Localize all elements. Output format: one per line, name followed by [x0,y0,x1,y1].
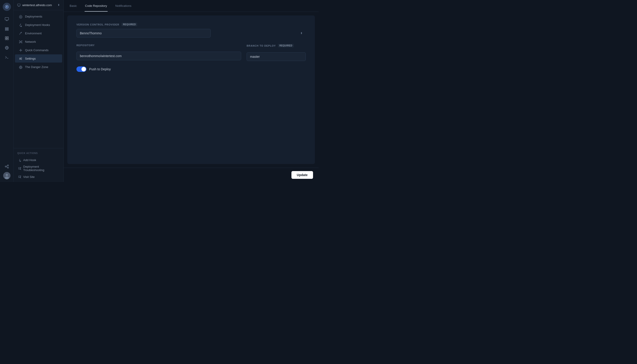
repo-branch-row: REPOSITORY BRANCH TO DEPLOY REQUIRED [76,44,306,61]
tab-bar: Basic Code Repository Notifications [64,0,318,12]
quick-action-label: Add Hook [23,158,36,162]
sidebar-item-deployments[interactable]: Deployments [15,12,62,20]
tab-basic[interactable]: Basic [69,0,77,12]
rail-globe-icon[interactable] [3,44,11,52]
push-to-deploy-toggle[interactable] [76,66,86,72]
deployment-hooks-icon [19,23,23,27]
svg-rect-4 [5,28,8,28]
repository-label: REPOSITORY [76,44,241,47]
svg-rect-6 [5,30,8,30]
quick-commands-icon [19,48,23,52]
version-control-select[interactable]: BennoThommo GitHub GitLab Bitbucket [76,29,211,38]
main-content: Basic Code Repository Notifications VERS… [64,0,318,182]
content-area: VERSION CONTROL PROVIDER REQUIRED BennoT… [67,16,315,164]
svg-rect-5 [5,29,8,29]
rail-grid-icon[interactable] [3,34,11,42]
svg-rect-19 [18,4,20,6]
svg-point-2 [6,5,7,6]
sidebar-item-settings[interactable]: Settings [15,54,62,62]
svg-point-17 [6,174,8,176]
svg-point-13 [5,166,6,167]
branch-group: BRANCH TO DEPLOY REQUIRED [246,44,306,61]
quick-action-label: Deployment Troubleshooting [23,165,59,172]
sidebar-item-quick-commands[interactable]: Quick Commands [15,46,62,54]
select-chevron-icon: ⬍ [300,32,302,35]
quick-action-deployment-troubleshooting[interactable]: Deployment Troubleshooting [17,163,60,173]
svg-rect-9 [5,38,6,40]
branch-label: BRANCH TO DEPLOY REQUIRED [246,44,306,47]
environment-icon [19,31,23,35]
svg-rect-10 [7,38,8,40]
sidebar-item-label: Deployment Hooks [25,23,50,26]
site-name: wintertest.alfreido.com [22,4,56,7]
push-to-deploy-label: Push to Deploy [89,67,111,71]
sidebar: wintertest.alfreido.com ⬍ Deployments De… [14,0,64,182]
site-selector[interactable]: wintertest.alfreido.com ⬍ [14,0,64,10]
svg-point-26 [22,42,22,43]
danger-zone-icon [19,65,23,69]
rail-layers-icon[interactable] [3,24,11,33]
push-to-deploy-row: Push to Deploy [76,66,306,72]
quick-action-add-hook[interactable]: Add Hook [17,157,60,164]
svg-point-21 [21,26,22,27]
sidebar-item-danger-zone[interactable]: The Danger Zone [15,63,62,71]
svg-point-15 [7,167,8,168]
quick-action-visit-site[interactable]: Visit Site [17,173,60,180]
sidebar-item-label: Quick Commands [25,48,48,52]
settings-icon [19,56,23,60]
svg-point-20 [20,16,21,18]
quick-actions-section: QUICK ACTIONS Add Hook Deployment Troubl… [14,148,64,182]
svg-point-18 [5,176,9,179]
bottom-bar: Update [64,168,318,182]
rail-terminal-icon[interactable] [3,53,11,62]
rail-graph-icon[interactable] [3,162,11,170]
required-badge: REQUIRED [122,23,137,26]
svg-point-24 [22,41,22,42]
quick-actions-title: QUICK ACTIONS [17,152,60,154]
tab-code-repository[interactable]: Code Repository [85,0,108,12]
version-control-label: VERSION CONTROL PROVIDER REQUIRED [76,23,306,26]
sidebar-item-deployment-hooks[interactable]: Deployment Hooks [15,21,62,29]
tab-notifications[interactable]: Notifications [115,0,132,12]
toggle-knob [82,67,86,72]
svg-point-32 [20,67,21,68]
deployment-troubleshooting-icon [18,167,22,170]
svg-rect-7 [5,37,6,38]
update-button[interactable]: Update [292,171,313,179]
svg-rect-8 [7,37,8,38]
svg-point-1 [6,6,8,8]
svg-point-22 [20,42,21,42]
sidebar-item-label: Environment [25,32,42,35]
add-hook-icon [18,158,22,162]
sidebar-item-label: Deployments [25,15,42,18]
user-avatar[interactable] [3,172,10,179]
visit-site-icon [18,175,22,178]
svg-rect-3 [5,18,9,20]
repository-group: REPOSITORY [76,44,241,60]
rail-monitor-icon[interactable] [3,15,11,23]
svg-point-33 [20,161,21,162]
quick-action-label: Visit Site [23,175,34,178]
deployments-icon [19,14,23,18]
branch-input[interactable] [246,52,306,61]
site-chevron-icon: ⬍ [58,4,60,6]
svg-point-23 [19,41,20,42]
icon-rail [0,0,14,182]
nav-list: Deployments Deployment Hooks Environment [14,10,64,148]
sidebar-item-label: Network [25,40,36,44]
svg-point-25 [19,42,20,43]
sidebar-item-label: Settings [25,57,36,60]
svg-point-27 [20,50,21,51]
sidebar-item-network[interactable]: Network [15,38,62,46]
version-control-select-wrapper: BennoThommo GitHub GitLab Bitbucket ⬍ [76,29,306,38]
sidebar-item-environment[interactable]: Environment [15,29,62,37]
app-logo[interactable] [3,3,11,11]
network-icon [19,40,23,44]
site-icon [17,3,20,7]
branch-required-badge: REQUIRED [278,44,294,47]
svg-point-14 [7,165,8,166]
sidebar-item-label: The Danger Zone [25,65,48,69]
repository-input[interactable] [76,52,241,60]
